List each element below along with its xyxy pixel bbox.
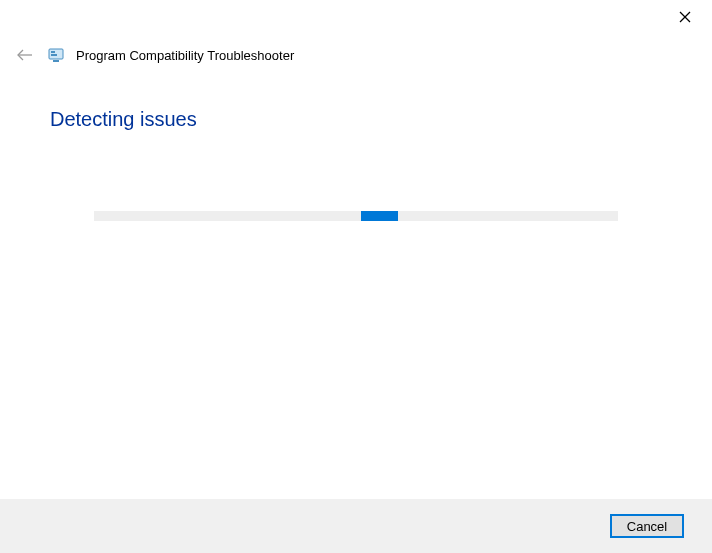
- troubleshooter-icon: [48, 47, 64, 63]
- arrow-left-icon: [16, 48, 34, 62]
- close-button[interactable]: [676, 8, 694, 26]
- progress-bar: [361, 211, 398, 221]
- progress-track: [94, 211, 618, 221]
- content-area: Detecting issues: [0, 66, 712, 221]
- app-title: Program Compatibility Troubleshooter: [76, 48, 294, 63]
- header: Program Compatibility Troubleshooter: [0, 40, 712, 66]
- footer: Cancel: [0, 499, 712, 553]
- svg-rect-4: [53, 60, 59, 62]
- page-heading: Detecting issues: [50, 108, 662, 131]
- svg-rect-6: [51, 54, 57, 56]
- close-icon: [679, 11, 691, 23]
- progress-container: [50, 211, 662, 221]
- titlebar: [0, 0, 712, 40]
- back-button[interactable]: [14, 44, 36, 66]
- svg-rect-5: [51, 51, 55, 53]
- cancel-button[interactable]: Cancel: [610, 514, 684, 538]
- app-icon: [48, 47, 64, 63]
